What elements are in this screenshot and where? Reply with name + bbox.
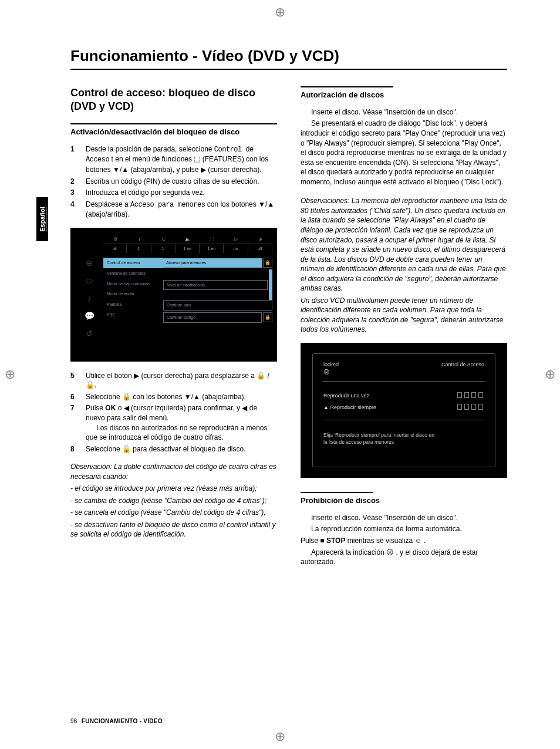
pin-boxes — [456, 392, 484, 400]
top-icon: C — [151, 232, 176, 244]
dialog-message: Elija 'Reproducir siempre' para insertar… — [323, 432, 484, 446]
dialog-screenshot: locked☹ Control de Acceso Reproducir una… — [301, 343, 507, 478]
step-number: 4 — [70, 200, 79, 220]
menu-item: Pantalla — [103, 299, 163, 310]
step-6: 6Seleccione 🔒 con los botones ▼/▲ (abajo… — [70, 392, 277, 402]
submenu-item: Cambiar país — [163, 300, 272, 311]
observation-item: - se cancela el código (véase "Cambio de… — [70, 508, 277, 518]
side-icon: 💬 — [75, 307, 103, 325]
crop-mark-bottom: ⊕ — [271, 728, 289, 745]
lock-icon: 🔒 — [263, 312, 272, 322]
step-text: Desde la posición de parada, seleccione … — [86, 144, 277, 175]
top-icon: T — [127, 232, 151, 244]
top-icon: ⚙ — [103, 232, 127, 244]
steps-list-b: 5Utilice el botón ▶ (cursor derecha) par… — [70, 371, 277, 454]
step-number: 6 — [70, 392, 79, 402]
step-text: Seleccione 🔓 para desactivar el bloqueo … — [86, 444, 246, 454]
step-3: 3 Introduzca el código por segunda vez. — [70, 188, 277, 198]
step-text: Utilice el botón ▶ (cursor derecha) para… — [86, 371, 277, 390]
step-number: 2 — [70, 177, 79, 187]
subheading-activation: Activación/desactivación del bloqueo de … — [70, 127, 277, 137]
top-val: no — [224, 244, 248, 254]
scrollbar — [269, 269, 272, 300]
top-val: 1 en — [200, 244, 224, 254]
side-icon: ♪ — [75, 289, 103, 307]
step-text: Seleccione 🔒 con los botones ▼/▲ (abajo/… — [86, 392, 246, 402]
top-val: 1 — [151, 244, 176, 254]
side-icon: ↺ — [75, 325, 103, 342]
page-title: Funcionamiento - Vídeo (DVD y VCD) — [70, 47, 507, 70]
paragraph: Aparecerá la indicación ☹ , y el disco d… — [301, 548, 507, 567]
submenu-item: Cambiar código — [163, 312, 262, 323]
top-icon: ⬚ — [200, 232, 224, 244]
steps-list-a: 1 Desde la posición de parada, seleccion… — [70, 144, 277, 220]
menu-item-selected: Control de acceso — [103, 258, 163, 268]
step-number: 5 — [70, 371, 79, 390]
step-5: 5Utilice el botón ▶ (cursor derecha) par… — [70, 371, 277, 390]
side-icon: ⊕ — [75, 254, 103, 272]
paragraph: Inserte el disco. Véase "Inserción de un… — [311, 513, 507, 523]
menu-screenshot: ⚙ T C 🔈 ⬚ ▷ ⊕ ⊚ 1 1 1 en 1 en no off ⊕ — [70, 228, 277, 362]
top-icon: 🔈 — [176, 232, 200, 244]
top-icon: ⊕ — [248, 232, 272, 244]
observation-item: - el código se introduce por primera vez… — [70, 484, 277, 494]
crop-mark-left: ⊕ — [5, 367, 15, 382]
menu-item: Ventana de controles — [103, 268, 163, 279]
observation-item: - se cambia de código (véase "Cambio del… — [70, 496, 277, 506]
paragraph: La reproducción comienza de forma automá… — [311, 524, 507, 534]
pin-boxes — [456, 404, 484, 411]
step-1: 1 Desde la posición de parada, seleccion… — [70, 144, 277, 175]
step-number: 8 — [70, 444, 79, 454]
top-val: off — [248, 244, 272, 254]
language-tab: Español — [36, 197, 48, 241]
menu-item: PBC — [103, 310, 163, 320]
step-text: Introduzca el código por segunda vez. — [86, 188, 205, 198]
subheading-authorization: Autorización de discos — [301, 90, 424, 100]
observation-text: Un disco VCD multivolumen puede tener un… — [301, 296, 507, 335]
locked-label: locked☹ — [323, 361, 339, 376]
menu-item: Modo de bajo consumo — [103, 279, 163, 289]
paragraph: Se presentará el cuadro de diálogo "Disc… — [301, 119, 507, 187]
subheading-prohibition: Prohibición de discos — [301, 495, 424, 506]
footer-label: FUNCIONAMIENTO - VIDEO — [82, 718, 163, 724]
section-title: Control de acceso: bloqueo de disco (DVD… — [70, 86, 277, 113]
submenu-item: Nivel de clasificación — [163, 280, 268, 291]
observation-text: Observaciones: La memoria del reproducto… — [301, 196, 507, 293]
lock-icon: 🔒 — [263, 258, 272, 268]
right-column: Autorización de discos Inserte el disco.… — [301, 86, 507, 569]
page-number: 96 — [70, 718, 77, 724]
submenu-item-selected: Acceso para menores — [163, 258, 262, 268]
step-7: 7 Pulse OK o ◀ (cursor izquierda) para c… — [70, 403, 277, 442]
top-disc-icon: ⊚ — [103, 244, 127, 254]
step-2: 2 Escriba un código (PIN) de cuatro cifr… — [70, 177, 277, 187]
menu-item: Modo de audio — [103, 289, 163, 299]
crop-mark-top: ⊕ — [271, 4, 289, 21]
paragraph: Pulse ■ STOP mientras se visualiza ☺ . — [301, 536, 507, 546]
step-text: Desplácese a Acceso para menores con los… — [86, 200, 277, 220]
step-number: 1 — [70, 144, 79, 175]
observation-item: - se desactivan tanto el bloqueo de disc… — [70, 520, 277, 539]
dialog-title: Control de Acceso — [441, 361, 484, 376]
step-8: 8Seleccione 🔓 para desactivar el bloqueo… — [70, 444, 277, 454]
page-footer: 96 FUNCIONAMIENTO - VIDEO — [70, 718, 163, 724]
content-columns: Control de acceso: bloqueo de disco (DVD… — [70, 86, 507, 569]
paragraph: Inserte el disco. Véase "Inserción de un… — [311, 107, 507, 117]
side-icon: ⬭ — [75, 272, 103, 289]
step-4: 4 Desplácese a Acceso para menores con l… — [70, 200, 277, 220]
step-number: 7 — [70, 403, 79, 442]
top-icon: ▷ — [224, 232, 248, 244]
step-number: 3 — [70, 188, 79, 198]
dialog-option-always: ▲ Reproducir siempre — [323, 404, 484, 411]
step-text: Pulse OK o ◀ (cursor izquierda) para con… — [86, 403, 277, 442]
observation-intro: Observación: La doble confirmación del c… — [70, 462, 277, 481]
crop-mark-right: ⊕ — [545, 367, 555, 382]
top-val: 1 — [127, 244, 151, 254]
left-column: Control de acceso: bloqueo de disco (DVD… — [70, 86, 277, 569]
step-text: Escriba un código (PIN) de cuatro cifras… — [86, 177, 259, 187]
dialog-option-once: Reproducir una vez — [323, 392, 484, 400]
top-val: 1 en — [176, 244, 200, 254]
